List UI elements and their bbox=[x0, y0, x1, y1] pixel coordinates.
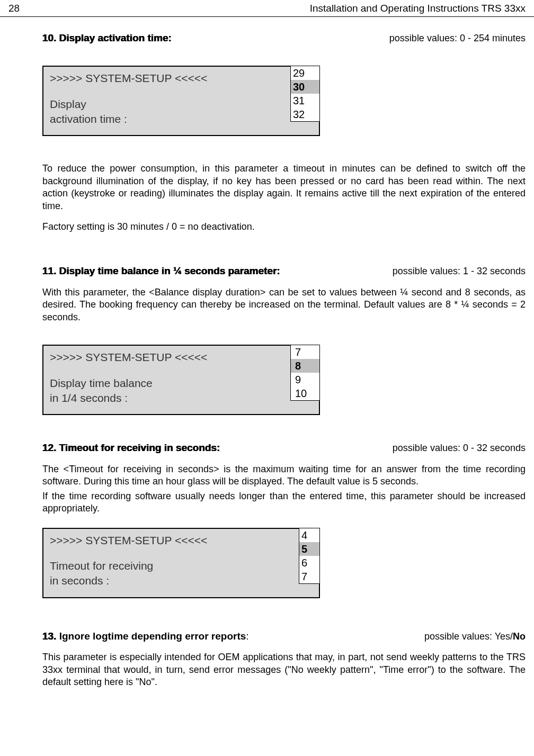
value-option[interactable]: 32 bbox=[291, 107, 319, 121]
section-12-para2: If the time recording software usually n… bbox=[42, 490, 526, 515]
display-param-line2: in 1/4 seconds : bbox=[50, 391, 284, 406]
section-10-header: 10. Display activation time: possible va… bbox=[42, 32, 526, 45]
value-option[interactable]: 9 bbox=[291, 373, 319, 386]
display-left-panel: >>>>> SYSTEM-SETUP <<<<< Timeout for rec… bbox=[43, 529, 299, 597]
display-left-panel: >>>>> SYSTEM-SETUP <<<<< Display activat… bbox=[43, 67, 290, 135]
section-10-para1: To reduce the power consumption, in this… bbox=[42, 163, 526, 212]
display-param-line1: Timeout for receiving bbox=[50, 559, 292, 573]
display-activation-time-box: >>>>> SYSTEM-SETUP <<<<< Display activat… bbox=[42, 66, 320, 136]
value-option[interactable]: 10 bbox=[291, 386, 319, 400]
section-12-header: 12. Timeout for receiving in seconds: po… bbox=[42, 442, 526, 455]
section-13-header: 13. Ignore logtime depending error repor… bbox=[42, 630, 526, 643]
system-setup-label: >>>>> SYSTEM-SETUP <<<<< bbox=[50, 71, 284, 86]
section-13-para1: This parameter is especially intended fo… bbox=[42, 651, 526, 688]
value-selector[interactable]: 7 8 9 10 bbox=[290, 346, 319, 414]
display-left-panel: >>>>> SYSTEM-SETUP <<<<< Display time ba… bbox=[43, 346, 290, 414]
value-option-selected[interactable]: 8 bbox=[291, 359, 319, 373]
display-time-balance-box: >>>>> SYSTEM-SETUP <<<<< Display time ba… bbox=[42, 345, 320, 415]
display-param-line1: Display time balance bbox=[50, 376, 284, 391]
section-10-para2: Factory setting is 30 minutes / 0 = no d… bbox=[42, 221, 526, 233]
page-number: 28 bbox=[8, 2, 20, 15]
value-option[interactable]: 31 bbox=[291, 94, 319, 107]
system-setup-label: >>>>> SYSTEM-SETUP <<<<< bbox=[50, 350, 284, 365]
value-option[interactable]: 7 bbox=[299, 570, 319, 583]
value-option[interactable]: 6 bbox=[299, 556, 319, 570]
section-11-possible-values: possible values: 1 - 32 seconds bbox=[393, 265, 526, 277]
value-selector[interactable]: 4 5 6 7 bbox=[299, 529, 319, 597]
page-header: 28 Installation and Operating Instructio… bbox=[0, 0, 534, 17]
value-option[interactable]: 4 bbox=[299, 528, 319, 542]
display-param-line2: activation time : bbox=[50, 112, 284, 127]
value-option-selected[interactable]: 30 bbox=[291, 80, 319, 94]
section-11-para1: With this parameter, the <Balance displa… bbox=[42, 286, 526, 323]
section-12-para1: The <Timeout for receiving in seconds> i… bbox=[42, 463, 526, 488]
system-setup-label: >>>>> SYSTEM-SETUP <<<<< bbox=[50, 533, 292, 548]
value-option[interactable]: 29 bbox=[291, 66, 319, 80]
timeout-receiving-box: >>>>> SYSTEM-SETUP <<<<< Timeout for rec… bbox=[42, 528, 320, 598]
section-11-header: 11. Display time balance in ¼ seconds pa… bbox=[42, 265, 526, 278]
section-13-possible-values: possible values: Yes/No bbox=[424, 631, 526, 643]
section-12-title: 12. Timeout for receiving in seconds: bbox=[42, 442, 220, 455]
value-selector[interactable]: 29 30 31 32 bbox=[290, 67, 319, 135]
section-13-title: 13. Ignore logtime depending error repor… bbox=[42, 630, 249, 643]
display-param-line2: in seconds : bbox=[50, 573, 292, 588]
section-10-title: 10. Display activation time: bbox=[42, 32, 172, 45]
section-12-possible-values: possible values: 0 - 32 seconds bbox=[393, 442, 526, 454]
document-title: Installation and Operating Instructions … bbox=[310, 2, 526, 15]
section-11-title: 11. Display time balance in ¼ seconds pa… bbox=[42, 265, 280, 278]
display-param-line1: Display bbox=[50, 97, 284, 112]
value-option[interactable]: 7 bbox=[291, 345, 319, 359]
value-option-selected[interactable]: 5 bbox=[299, 542, 319, 556]
section-10-possible-values: possible values: 0 - 254 minutes bbox=[389, 32, 526, 44]
